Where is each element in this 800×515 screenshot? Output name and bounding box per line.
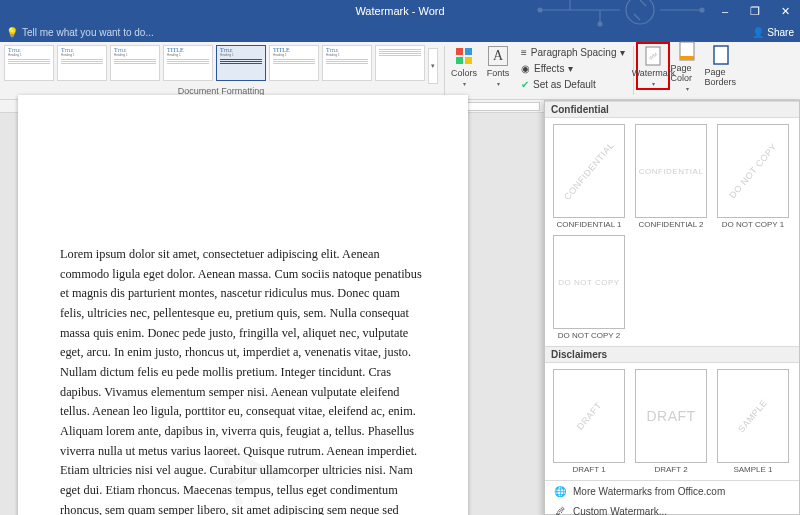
restore-button[interactable]: ❐ <box>740 0 770 22</box>
effects-button[interactable]: ◉Effects ▾ <box>521 61 625 75</box>
bulb-icon: 💡 <box>6 27 18 38</box>
share-icon: 👤 <box>752 27 764 38</box>
more-watermarks-item[interactable]: 🌐More Watermarks from Office.com <box>545 481 799 501</box>
svg-point-4 <box>700 8 704 12</box>
minimize-button[interactable]: – <box>710 0 740 22</box>
watermark-thumb: CONFIDENTIAL <box>553 124 625 218</box>
app-title: Watermark - Word <box>355 5 444 17</box>
watermark-caption: CONFIDENTIAL 2 <box>638 220 703 229</box>
paragraph-options: ≡Paragraph Spacing ▾ ◉Effects ▾ ✔Set as … <box>515 42 631 99</box>
effects-icon: ◉ <box>521 63 530 74</box>
document-formatting-group: TitleHeading 1 TitleHeading 1 TitleHeadi… <box>0 42 442 99</box>
ribbon: TitleHeading 1 TitleHeading 1 TitleHeadi… <box>0 42 800 100</box>
watermark-button[interactable]: WM Watermark▾ <box>636 42 670 90</box>
watermark-caption: DO NOT COPY 1 <box>722 220 784 229</box>
style-thumb[interactable]: TitleHeading 1 <box>110 45 160 81</box>
svg-rect-6 <box>465 48 472 55</box>
watermark-caption: DO NOT COPY 2 <box>558 331 620 340</box>
colors-icon <box>454 46 474 66</box>
check-icon: ✔ <box>521 79 529 90</box>
watermark-option[interactable]: DRAFTDRAFT 1 <box>551 369 627 474</box>
close-button[interactable]: ✕ <box>770 0 800 22</box>
watermark-option[interactable]: SAMPLESAMPLE 1 <box>715 369 791 474</box>
section-confidential: Confidential <box>545 101 799 118</box>
window-controls: – ❐ ✕ <box>710 0 800 22</box>
colors-button[interactable]: Colors▾ <box>447 42 481 90</box>
set-default-button[interactable]: ✔Set as Default <box>521 77 625 91</box>
style-gallery-more[interactable]: ▾ <box>428 48 438 84</box>
watermark-option[interactable]: DO NOT COPYDO NOT COPY 1 <box>715 124 791 229</box>
svg-rect-12 <box>680 56 694 60</box>
watermark-caption: SAMPLE 1 <box>733 465 772 474</box>
svg-rect-8 <box>465 57 472 64</box>
document-page[interactable]: A Lorem ipsum dolor sit amet, consectetu… <box>18 95 468 515</box>
watermark-thumb: CONFIDENTIAL <box>635 124 707 218</box>
custom-icon: 🖉 <box>553 504 567 515</box>
style-thumb[interactable]: TitleHeading 1 <box>57 45 107 81</box>
style-thumb-selected[interactable]: TitleHeading 1 <box>216 45 266 81</box>
custom-watermark-item[interactable]: 🖉Custom Watermark... <box>545 501 799 515</box>
globe-icon: 🌐 <box>553 484 567 498</box>
fonts-icon: A <box>488 46 508 66</box>
style-thumb[interactable]: TITLEHeading 1 <box>269 45 319 81</box>
svg-rect-5 <box>456 48 463 55</box>
disclaimers-grid: DRAFTDRAFT 1DRAFTDRAFT 2SAMPLESAMPLE 1 <box>545 363 799 480</box>
section-disclaimers: Disclaimers <box>545 346 799 363</box>
page-borders-icon <box>711 45 731 65</box>
watermark-caption: CONFIDENTIAL 1 <box>556 220 621 229</box>
page-color-icon <box>677 41 697 61</box>
confidential-grid: CONFIDENTIALCONFIDENTIAL 1CONFIDENTIALCO… <box>545 118 799 346</box>
watermark-option[interactable]: DRAFTDRAFT 2 <box>633 369 709 474</box>
watermark-thumb: DO NOT COPY <box>717 124 789 218</box>
page-color-button[interactable]: Page Color▾ <box>670 42 704 90</box>
svg-point-0 <box>626 0 654 24</box>
separator <box>444 46 445 95</box>
watermark-option[interactable]: DO NOT COPYDO NOT COPY 2 <box>551 235 627 340</box>
style-thumb[interactable] <box>375 45 425 81</box>
svg-rect-7 <box>456 57 463 64</box>
paragraph-spacing-button[interactable]: ≡Paragraph Spacing ▾ <box>521 45 625 59</box>
watermark-option[interactable]: CONFIDENTIALCONFIDENTIAL 2 <box>633 124 709 229</box>
watermark-thumb: DRAFT <box>635 369 707 463</box>
style-thumb[interactable]: TitleHeading 1 <box>322 45 372 81</box>
title-bar: Watermark - Word – ❐ ✕ <box>0 0 800 22</box>
fonts-button[interactable]: A Fonts▾ <box>481 42 515 90</box>
document-body-text[interactable]: Lorem ipsum dolor sit amet, consectetuer… <box>60 245 426 515</box>
watermark-thumb: DRAFT <box>553 369 625 463</box>
watermark-icon: WM <box>643 46 663 66</box>
watermark-thumb: DO NOT COPY <box>553 235 625 329</box>
watermark-caption: DRAFT 1 <box>572 465 605 474</box>
style-thumb[interactable]: TITLEHeading 1 <box>163 45 213 81</box>
page-borders-button[interactable]: Page Borders <box>704 42 738 90</box>
share-label: Share <box>767 27 794 38</box>
paragraph-icon: ≡ <box>521 47 527 58</box>
watermark-option[interactable]: CONFIDENTIALCONFIDENTIAL 1 <box>551 124 627 229</box>
watermark-menu: 🌐More Watermarks from Office.com 🖉Custom… <box>545 480 799 515</box>
share-button[interactable]: 👤 Share <box>752 27 794 38</box>
svg-rect-13 <box>714 46 728 64</box>
watermark-caption: DRAFT 2 <box>654 465 687 474</box>
tell-me-input[interactable]: Tell me what you want to do... <box>22 27 154 38</box>
style-gallery[interactable]: TitleHeading 1 TitleHeading 1 TitleHeadi… <box>0 42 442 84</box>
style-thumb[interactable]: TitleHeading 1 <box>4 45 54 81</box>
decorative-circuit <box>530 0 710 34</box>
svg-point-3 <box>598 22 602 26</box>
watermark-gallery-panel: Confidential CONFIDENTIALCONFIDENTIAL 1C… <box>544 100 800 515</box>
svg-point-1 <box>538 8 542 12</box>
watermark-thumb: SAMPLE <box>717 369 789 463</box>
